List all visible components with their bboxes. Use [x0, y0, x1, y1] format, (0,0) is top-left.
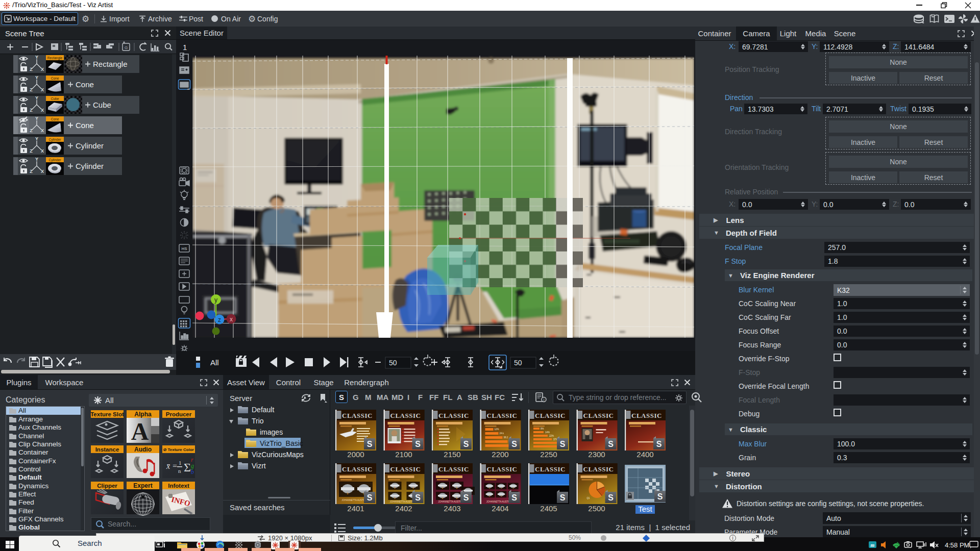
svg-text:Expert: Expert — [133, 482, 152, 489]
svg-text:z: z — [218, 316, 221, 323]
svg-text:Cylinder: Cylinder — [49, 158, 62, 162]
svg-text:VizTrio_Basic: VizTrio_Basic — [260, 439, 303, 447]
svg-text:HS: HS — [181, 246, 187, 251]
svg-text:14%: 14% — [545, 431, 550, 434]
svg-text:Σ: Σ — [184, 461, 191, 474]
svg-text:2403: 2403 — [444, 504, 460, 513]
svg-text:Cylinder: Cylinder — [76, 141, 104, 150]
svg-text:Q1: Q1 — [587, 497, 591, 499]
svg-text:Alpha: Alpha — [134, 411, 152, 418]
svg-text:images: images — [260, 428, 283, 436]
svg-text:2300: 2300 — [588, 450, 605, 459]
svg-text:Cube: Cube — [93, 101, 111, 109]
svg-text:Clipper: Clipper — [97, 483, 117, 489]
svg-text:Rectangle: Rectangle — [47, 56, 63, 60]
svg-text:b: b — [191, 468, 194, 475]
svg-text:24 k: 24 k — [500, 432, 504, 435]
svg-text:2400: 2400 — [636, 450, 653, 459]
svg-text:2200: 2200 — [492, 450, 508, 459]
svg-text:Cone: Cone — [51, 117, 59, 121]
svg-text:2401: 2401 — [347, 504, 364, 513]
svg-text:x̄ =: x̄ = — [166, 462, 178, 470]
svg-text:Cone: Cone — [76, 80, 94, 89]
svg-text:Cone: Cone — [51, 77, 59, 80]
svg-text:A: A — [131, 418, 149, 445]
svg-text:Cube: Cube — [51, 97, 59, 101]
svg-text:Producer: Producer — [166, 411, 192, 417]
svg-text:G: G — [125, 45, 128, 50]
svg-text:Cone: Cone — [76, 121, 94, 130]
svg-text:2000: 2000 — [347, 450, 364, 459]
svg-text:Rectangle: Rectangle — [93, 60, 128, 68]
svg-text:Vizrt: Vizrt — [252, 462, 266, 470]
svg-text:2150: 2150 — [444, 450, 460, 459]
svg-text:2405: 2405 — [540, 504, 557, 513]
svg-text:2500: 2500 — [588, 504, 605, 513]
svg-text:n: n — [178, 468, 181, 474]
svg-text:Default: Default — [252, 406, 274, 414]
svg-text:50: 50 — [514, 359, 522, 367]
svg-text:2402: 2402 — [395, 504, 412, 513]
svg-text:38.2: 38.2 — [504, 436, 508, 439]
svg-text:2404: 2404 — [492, 504, 508, 513]
svg-text:x: x — [230, 316, 233, 323]
svg-text:y: y — [214, 296, 217, 304]
svg-text:Ø Texture Color: Ø Texture Color — [163, 447, 194, 452]
svg-text:All: All — [210, 358, 219, 367]
svg-text:2250: 2250 — [540, 450, 557, 459]
svg-text:50: 50 — [389, 359, 397, 367]
svg-text:Cylinder: Cylinder — [49, 138, 62, 142]
svg-text:Texture Slot: Texture Slot — [91, 411, 124, 417]
svg-text:2100: 2100 — [395, 450, 412, 459]
svg-text:1: 1 — [179, 460, 182, 466]
svg-text:m: m — [871, 542, 875, 548]
svg-text:Cylinder: Cylinder — [76, 162, 104, 170]
svg-text:8%: 8% — [541, 428, 544, 430]
svg-text:12%: 12% — [495, 428, 499, 431]
svg-text:22%: 22% — [549, 435, 554, 437]
svg-text:Audio: Audio — [134, 446, 152, 453]
svg-text:VizCuriousMaps: VizCuriousMaps — [252, 450, 304, 459]
svg-text:Test: Test — [638, 505, 652, 513]
svg-text:Instance: Instance — [95, 446, 119, 453]
svg-text:Trio: Trio — [252, 417, 264, 425]
svg-text:Infotext: Infotext — [168, 483, 189, 489]
